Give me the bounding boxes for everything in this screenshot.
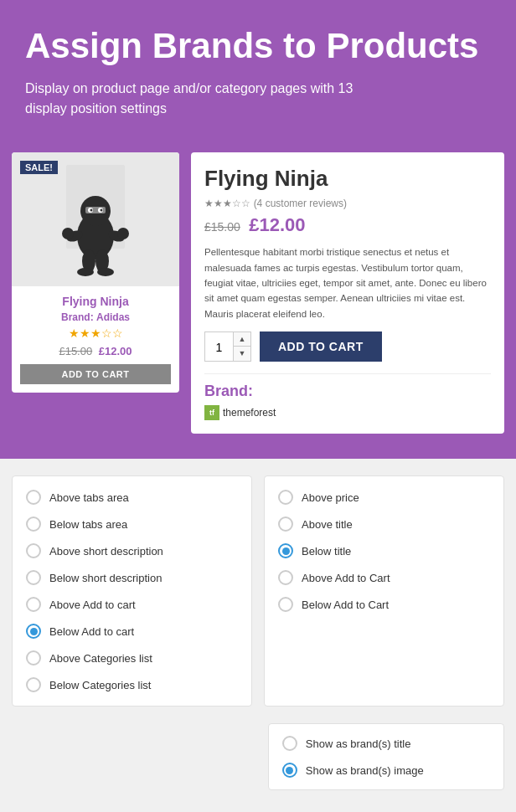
radio-circle (26, 624, 41, 639)
sale-price: £12.00 (99, 345, 132, 357)
product-card-price: £15.00 £12.00 (20, 345, 171, 357)
hero-subtitle: Display on product page and/or category … (25, 79, 377, 119)
left-radio-item-1[interactable]: Below tabs area (26, 516, 238, 532)
left-radio-item-7[interactable]: Below Categories list (26, 677, 238, 692)
product-demo-area: SALE! (0, 152, 516, 459)
radio-circle (282, 736, 297, 751)
radio-circle (26, 597, 41, 612)
radio-circle (278, 543, 293, 558)
radio-label: Below short description (49, 572, 162, 584)
quantity-wrapper: 1 ▲ ▼ (204, 331, 251, 362)
radio-circle (282, 763, 297, 778)
svg-point-10 (62, 228, 74, 239)
left-radio-item-0[interactable]: Above tabs area (26, 490, 238, 505)
radio-circle (278, 490, 293, 505)
radio-circle (278, 597, 293, 612)
left-options-panel: Above tabs areaBelow tabs areaAbove shor… (12, 475, 252, 707)
display-options-panel: Show as brand(s) titleShow as brand(s) i… (268, 723, 504, 790)
radio-circle (278, 570, 293, 585)
product-card-stars: ★★★☆☆ (20, 326, 171, 340)
product-card-title: Flying Ninja (20, 295, 171, 308)
brand-value: Adidas (96, 311, 130, 323)
radio-label: Above Categories list (49, 652, 152, 665)
radio-label: Show as brand(s) title (306, 737, 411, 750)
brand-name: themeforest (223, 407, 276, 419)
add-to-cart-small-button[interactable]: ADD TO CART (20, 364, 171, 384)
original-price: £15.00 (59, 345, 92, 357)
radio-circle (26, 543, 41, 558)
brand-label: Brand: (61, 311, 94, 323)
radio-circle (26, 650, 41, 666)
svg-point-14 (77, 268, 94, 276)
svg-point-15 (97, 268, 114, 276)
radio-label: Below title (302, 545, 351, 558)
radio-label: Below Add to cart (49, 625, 134, 638)
brand-section-label: Brand: (204, 383, 491, 400)
hero-title: Assign Brands to Products (25, 27, 491, 65)
radio-label: Above short description (49, 545, 163, 558)
detail-product-title: Flying Ninja (204, 166, 491, 192)
quantity-down-button[interactable]: ▼ (234, 347, 250, 361)
right-radio-item-0[interactable]: Above price (278, 490, 490, 505)
radio-label: Below tabs area (49, 518, 127, 531)
reviews-count: (4 customer reviews) (254, 198, 347, 209)
add-to-cart-large-button[interactable]: ADD TO CART (260, 331, 382, 362)
quantity-buttons: ▲ ▼ (234, 332, 250, 361)
product-card-info: Flying Ninja Brand: Adidas ★★★☆☆ £15.00 … (12, 286, 179, 393)
radio-circle (26, 677, 41, 692)
cart-row: 1 ▲ ▼ ADD TO CART (204, 331, 491, 362)
svg-point-6 (90, 209, 93, 212)
radio-label: Above price (302, 491, 359, 504)
left-radio-item-2[interactable]: Above short description (26, 543, 238, 558)
radio-circle (278, 516, 293, 532)
brand-logo: tf themeforest (204, 405, 491, 420)
detail-price-row: £15.00 £12.00 (204, 214, 491, 236)
right-options-panel: Above priceAbove titleBelow titleAbove A… (264, 475, 504, 707)
display-radio-item-1[interactable]: Show as brand(s) image (282, 763, 490, 778)
radio-label: Above Add to Cart (302, 572, 390, 584)
star-icons: ★★★☆☆ (204, 198, 250, 209)
brand-section: Brand: tf themeforest (204, 373, 491, 420)
quantity-up-button[interactable]: ▲ (234, 332, 250, 347)
radio-label: Above tabs area (49, 491, 129, 504)
radio-circle (26, 516, 41, 532)
display-radio-item-0[interactable]: Show as brand(s) title (282, 736, 490, 751)
product-card-brand: Brand: Adidas (20, 311, 171, 323)
right-radio-item-4[interactable]: Below Add to Cart (278, 597, 490, 612)
left-radio-item-3[interactable]: Below short description (26, 570, 238, 585)
detail-original-price: £15.00 (204, 220, 240, 234)
radio-label: Above Add to cart (49, 599, 136, 611)
hero-section: Assign Brands to Products Display on pro… (0, 0, 516, 152)
right-radio-item-1[interactable]: Above title (278, 516, 490, 532)
svg-point-11 (117, 228, 129, 239)
left-radio-item-4[interactable]: Above Add to cart (26, 597, 238, 612)
detail-sale-price: £12.00 (249, 214, 305, 235)
tf-icon: tf (204, 405, 219, 420)
left-radio-item-5[interactable]: Below Add to cart (26, 624, 238, 639)
product-card: SALE! (12, 152, 179, 393)
radio-label: Above title (302, 518, 353, 531)
bottom-panel: Show as brand(s) titleShow as brand(s) i… (0, 723, 516, 807)
left-radio-item-6[interactable]: Above Categories list (26, 650, 238, 666)
right-radio-item-2[interactable]: Below title (278, 543, 490, 558)
radio-label: Show as brand(s) image (306, 764, 424, 777)
ninja-illustration (49, 157, 142, 282)
right-radio-item-3[interactable]: Above Add to Cart (278, 570, 490, 585)
svg-point-7 (101, 209, 103, 212)
options-area: Above tabs areaBelow tabs areaAbove shor… (0, 459, 516, 723)
detail-stars: ★★★☆☆ (4 customer reviews) (204, 197, 491, 209)
radio-label: Below Add to Cart (302, 599, 389, 611)
product-description: Pellentesque habitant morbi tristique se… (204, 244, 491, 321)
radio-label: Below Categories list (49, 679, 151, 691)
sale-badge: SALE! (20, 161, 58, 174)
quantity-display: 1 (205, 332, 234, 361)
radio-circle (26, 570, 41, 585)
radio-circle (26, 490, 41, 505)
product-detail-panel: Flying Ninja ★★★☆☆ (4 customer reviews) … (191, 152, 504, 434)
